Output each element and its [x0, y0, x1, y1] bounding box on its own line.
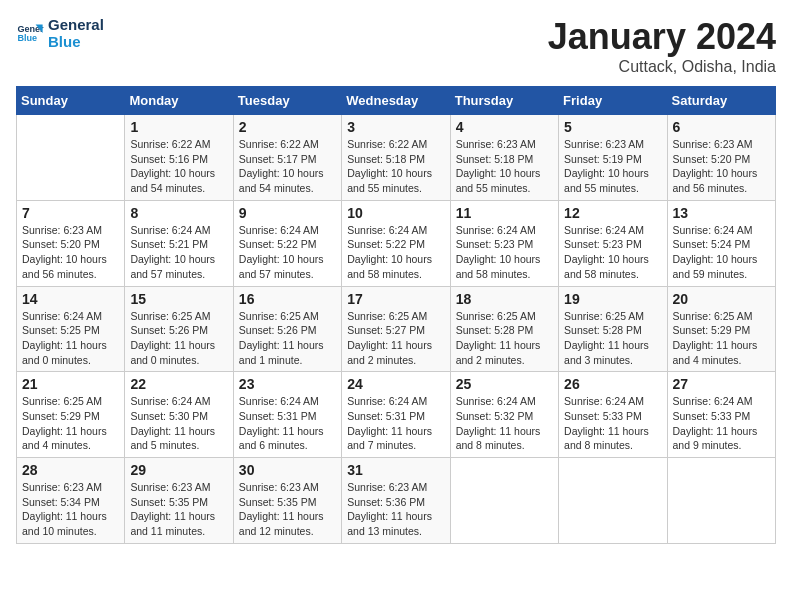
- header: General Blue General Blue January 2024 C…: [16, 16, 776, 76]
- calendar-cell: 3Sunrise: 6:22 AM Sunset: 5:18 PM Daylig…: [342, 115, 450, 201]
- title-area: January 2024 Cuttack, Odisha, India: [548, 16, 776, 76]
- calendar-cell: 2Sunrise: 6:22 AM Sunset: 5:17 PM Daylig…: [233, 115, 341, 201]
- day-info: Sunrise: 6:25 AM Sunset: 5:27 PM Dayligh…: [347, 309, 444, 368]
- day-info: Sunrise: 6:23 AM Sunset: 5:19 PM Dayligh…: [564, 137, 661, 196]
- logo: General Blue General Blue: [16, 16, 104, 50]
- day-info: Sunrise: 6:23 AM Sunset: 5:20 PM Dayligh…: [673, 137, 770, 196]
- day-number: 6: [673, 119, 770, 135]
- calendar-cell: 15Sunrise: 6:25 AM Sunset: 5:26 PM Dayli…: [125, 286, 233, 372]
- calendar-cell: 26Sunrise: 6:24 AM Sunset: 5:33 PM Dayli…: [559, 372, 667, 458]
- day-number: 13: [673, 205, 770, 221]
- calendar-cell: 30Sunrise: 6:23 AM Sunset: 5:35 PM Dayli…: [233, 458, 341, 544]
- day-number: 9: [239, 205, 336, 221]
- day-info: Sunrise: 6:24 AM Sunset: 5:21 PM Dayligh…: [130, 223, 227, 282]
- day-number: 20: [673, 291, 770, 307]
- day-info: Sunrise: 6:23 AM Sunset: 5:20 PM Dayligh…: [22, 223, 119, 282]
- day-info: Sunrise: 6:23 AM Sunset: 5:35 PM Dayligh…: [239, 480, 336, 539]
- calendar-header: SundayMondayTuesdayWednesdayThursdayFrid…: [17, 87, 776, 115]
- day-number: 30: [239, 462, 336, 478]
- day-number: 1: [130, 119, 227, 135]
- day-info: Sunrise: 6:24 AM Sunset: 5:24 PM Dayligh…: [673, 223, 770, 282]
- day-info: Sunrise: 6:25 AM Sunset: 5:28 PM Dayligh…: [456, 309, 553, 368]
- day-info: Sunrise: 6:23 AM Sunset: 5:36 PM Dayligh…: [347, 480, 444, 539]
- header-cell-sunday: Sunday: [17, 87, 125, 115]
- calendar-cell: 12Sunrise: 6:24 AM Sunset: 5:23 PM Dayli…: [559, 200, 667, 286]
- day-number: 16: [239, 291, 336, 307]
- day-number: 11: [456, 205, 553, 221]
- day-info: Sunrise: 6:24 AM Sunset: 5:32 PM Dayligh…: [456, 394, 553, 453]
- month-title: January 2024: [548, 16, 776, 58]
- calendar-cell: 29Sunrise: 6:23 AM Sunset: 5:35 PM Dayli…: [125, 458, 233, 544]
- day-number: 18: [456, 291, 553, 307]
- calendar-cell: [450, 458, 558, 544]
- calendar-cell: 22Sunrise: 6:24 AM Sunset: 5:30 PM Dayli…: [125, 372, 233, 458]
- day-number: 22: [130, 376, 227, 392]
- day-info: Sunrise: 6:24 AM Sunset: 5:25 PM Dayligh…: [22, 309, 119, 368]
- day-number: 15: [130, 291, 227, 307]
- calendar-cell: 9Sunrise: 6:24 AM Sunset: 5:22 PM Daylig…: [233, 200, 341, 286]
- calendar-cell: 14Sunrise: 6:24 AM Sunset: 5:25 PM Dayli…: [17, 286, 125, 372]
- day-info: Sunrise: 6:24 AM Sunset: 5:23 PM Dayligh…: [456, 223, 553, 282]
- day-info: Sunrise: 6:24 AM Sunset: 5:22 PM Dayligh…: [239, 223, 336, 282]
- calendar-table: SundayMondayTuesdayWednesdayThursdayFrid…: [16, 86, 776, 544]
- day-info: Sunrise: 6:23 AM Sunset: 5:35 PM Dayligh…: [130, 480, 227, 539]
- calendar-cell: 24Sunrise: 6:24 AM Sunset: 5:31 PM Dayli…: [342, 372, 450, 458]
- day-number: 21: [22, 376, 119, 392]
- day-number: 28: [22, 462, 119, 478]
- calendar-cell: 1Sunrise: 6:22 AM Sunset: 5:16 PM Daylig…: [125, 115, 233, 201]
- calendar-cell: 16Sunrise: 6:25 AM Sunset: 5:26 PM Dayli…: [233, 286, 341, 372]
- calendar-cell: 4Sunrise: 6:23 AM Sunset: 5:18 PM Daylig…: [450, 115, 558, 201]
- calendar-cell: 19Sunrise: 6:25 AM Sunset: 5:28 PM Dayli…: [559, 286, 667, 372]
- calendar-cell: 28Sunrise: 6:23 AM Sunset: 5:34 PM Dayli…: [17, 458, 125, 544]
- day-number: 31: [347, 462, 444, 478]
- week-row-3: 21Sunrise: 6:25 AM Sunset: 5:29 PM Dayli…: [17, 372, 776, 458]
- day-number: 29: [130, 462, 227, 478]
- day-number: 26: [564, 376, 661, 392]
- day-number: 12: [564, 205, 661, 221]
- day-info: Sunrise: 6:24 AM Sunset: 5:31 PM Dayligh…: [239, 394, 336, 453]
- location-title: Cuttack, Odisha, India: [548, 58, 776, 76]
- day-number: 27: [673, 376, 770, 392]
- calendar-cell: 13Sunrise: 6:24 AM Sunset: 5:24 PM Dayli…: [667, 200, 775, 286]
- day-number: 25: [456, 376, 553, 392]
- day-number: 14: [22, 291, 119, 307]
- header-cell-saturday: Saturday: [667, 87, 775, 115]
- day-number: 24: [347, 376, 444, 392]
- calendar-cell: 17Sunrise: 6:25 AM Sunset: 5:27 PM Dayli…: [342, 286, 450, 372]
- day-info: Sunrise: 6:23 AM Sunset: 5:18 PM Dayligh…: [456, 137, 553, 196]
- day-number: 23: [239, 376, 336, 392]
- day-number: 8: [130, 205, 227, 221]
- calendar-cell: 6Sunrise: 6:23 AM Sunset: 5:20 PM Daylig…: [667, 115, 775, 201]
- day-info: Sunrise: 6:22 AM Sunset: 5:17 PM Dayligh…: [239, 137, 336, 196]
- calendar-cell: [559, 458, 667, 544]
- calendar-cell: 21Sunrise: 6:25 AM Sunset: 5:29 PM Dayli…: [17, 372, 125, 458]
- day-info: Sunrise: 6:22 AM Sunset: 5:18 PM Dayligh…: [347, 137, 444, 196]
- logo-icon: General Blue: [16, 19, 44, 47]
- calendar-cell: 27Sunrise: 6:24 AM Sunset: 5:33 PM Dayli…: [667, 372, 775, 458]
- day-info: Sunrise: 6:25 AM Sunset: 5:29 PM Dayligh…: [22, 394, 119, 453]
- day-info: Sunrise: 6:23 AM Sunset: 5:34 PM Dayligh…: [22, 480, 119, 539]
- day-info: Sunrise: 6:25 AM Sunset: 5:29 PM Dayligh…: [673, 309, 770, 368]
- week-row-0: 1Sunrise: 6:22 AM Sunset: 5:16 PM Daylig…: [17, 115, 776, 201]
- day-number: 5: [564, 119, 661, 135]
- calendar-cell: 5Sunrise: 6:23 AM Sunset: 5:19 PM Daylig…: [559, 115, 667, 201]
- calendar-cell: [17, 115, 125, 201]
- day-number: 3: [347, 119, 444, 135]
- calendar-body: 1Sunrise: 6:22 AM Sunset: 5:16 PM Daylig…: [17, 115, 776, 544]
- day-info: Sunrise: 6:24 AM Sunset: 5:30 PM Dayligh…: [130, 394, 227, 453]
- header-cell-thursday: Thursday: [450, 87, 558, 115]
- header-row: SundayMondayTuesdayWednesdayThursdayFrid…: [17, 87, 776, 115]
- calendar-cell: 20Sunrise: 6:25 AM Sunset: 5:29 PM Dayli…: [667, 286, 775, 372]
- day-number: 17: [347, 291, 444, 307]
- header-cell-monday: Monday: [125, 87, 233, 115]
- day-info: Sunrise: 6:25 AM Sunset: 5:26 PM Dayligh…: [239, 309, 336, 368]
- header-cell-tuesday: Tuesday: [233, 87, 341, 115]
- calendar-cell: 31Sunrise: 6:23 AM Sunset: 5:36 PM Dayli…: [342, 458, 450, 544]
- calendar-cell: 8Sunrise: 6:24 AM Sunset: 5:21 PM Daylig…: [125, 200, 233, 286]
- day-info: Sunrise: 6:24 AM Sunset: 5:22 PM Dayligh…: [347, 223, 444, 282]
- svg-text:Blue: Blue: [17, 33, 37, 43]
- week-row-1: 7Sunrise: 6:23 AM Sunset: 5:20 PM Daylig…: [17, 200, 776, 286]
- logo-blue: Blue: [48, 33, 104, 50]
- calendar-cell: [667, 458, 775, 544]
- day-info: Sunrise: 6:24 AM Sunset: 5:23 PM Dayligh…: [564, 223, 661, 282]
